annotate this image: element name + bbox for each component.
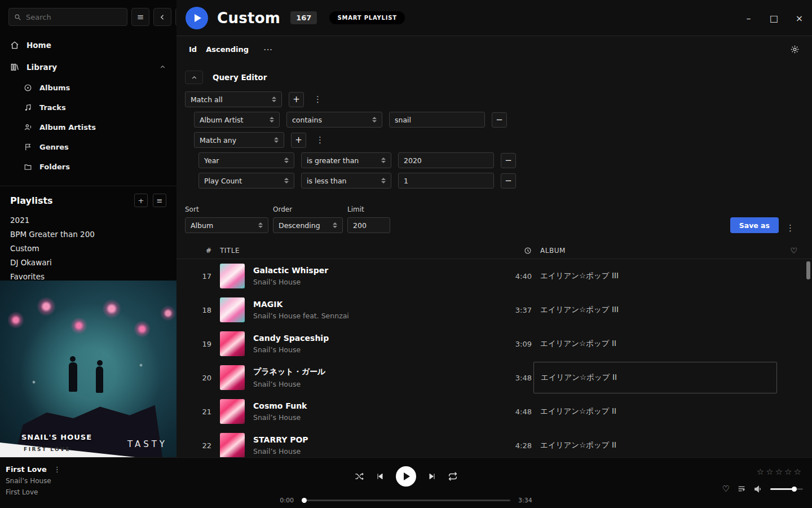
- play-pause-button[interactable]: [396, 466, 416, 487]
- limit-input[interactable]: [347, 217, 390, 233]
- progress-knob[interactable]: [302, 498, 307, 503]
- column-album[interactable]: ALBUM: [540, 247, 777, 255]
- query-rule: Play Count is less than −: [198, 173, 801, 189]
- rating-stars[interactable]: ☆☆☆☆☆: [757, 467, 803, 477]
- order-select[interactable]: Descending: [273, 217, 343, 233]
- progress-section: 0:00 3:34: [273, 497, 539, 504]
- playlist-item[interactable]: DJ Okawari: [10, 255, 166, 269]
- now-playing-options-button[interactable]: ⋮: [54, 465, 61, 474]
- folders-icon: [24, 163, 32, 171]
- column-title[interactable]: TITLE: [220, 247, 476, 255]
- order-value: Descending: [279, 221, 320, 230]
- star-icon[interactable]: ☆: [766, 467, 775, 477]
- add-rule-button[interactable]: +: [291, 133, 306, 148]
- rule-value-input[interactable]: [398, 173, 494, 189]
- column-duration[interactable]: [524, 247, 532, 255]
- minimize-button[interactable]: –: [736, 0, 761, 36]
- artwork-figure: [96, 366, 103, 393]
- collapse-query-editor-button[interactable]: [185, 71, 203, 84]
- query-editor-title: Query Editor: [213, 73, 267, 82]
- add-rule-button[interactable]: +: [289, 92, 304, 107]
- sort-field-control[interactable]: Id: [189, 45, 197, 54]
- now-playing-info: First Love ⋮ Snail’s House First Love: [6, 465, 61, 496]
- rule-operator-select[interactable]: is greater than: [301, 152, 391, 168]
- kebab-icon: ⋮: [786, 223, 795, 233]
- sidebar-item-library[interactable]: Library: [0, 56, 176, 78]
- group-options-button[interactable]: ⋮: [311, 94, 325, 104]
- rule-operator-select[interactable]: is less than: [301, 173, 391, 189]
- volume-slider[interactable]: [770, 488, 803, 490]
- sidebar-item-tracks[interactable]: Tracks: [0, 98, 176, 117]
- volume-button[interactable]: [753, 484, 763, 494]
- settings-button[interactable]: [790, 45, 800, 54]
- rule-operator-select[interactable]: contains: [286, 112, 382, 128]
- match-mode-select[interactable]: Match all: [185, 91, 282, 107]
- shuffle-button[interactable]: [354, 471, 364, 481]
- maximize-button[interactable]: □: [761, 0, 787, 36]
- column-number[interactable]: #: [191, 247, 211, 255]
- star-icon[interactable]: ☆: [784, 467, 793, 477]
- next-button[interactable]: [427, 472, 436, 481]
- search-box[interactable]: [8, 8, 127, 26]
- table-row[interactable]: 22 STARRY POP Snail’s House 4:28 エイリアン☆ポ…: [176, 428, 812, 457]
- match-mode-select[interactable]: Match any: [194, 132, 284, 148]
- column-favorite[interactable]: ♡: [790, 246, 797, 255]
- scrollbar-thumb[interactable]: [806, 261, 810, 279]
- volume-icon: [753, 484, 763, 494]
- album-art-thumbnail: [220, 264, 245, 288]
- search-input[interactable]: [26, 13, 122, 21]
- track-title: Galactic Whisper: [253, 266, 476, 275]
- remove-rule-button[interactable]: −: [501, 153, 516, 168]
- sidebar-item-genres[interactable]: Genres: [0, 137, 176, 157]
- queue-button[interactable]: [737, 484, 746, 493]
- progress-bar[interactable]: [302, 500, 510, 501]
- star-icon[interactable]: ☆: [775, 467, 784, 477]
- back-button[interactable]: [153, 8, 171, 26]
- sort-select[interactable]: Album: [185, 217, 268, 233]
- rule-field-select[interactable]: Play Count: [198, 173, 294, 189]
- rule-value-input[interactable]: [398, 152, 494, 168]
- save-options-button[interactable]: ⋮: [783, 223, 797, 233]
- table-row[interactable]: 19 Candy Spaceship Snail’s House 3:09 エイ…: [176, 327, 812, 361]
- remove-rule-button[interactable]: −: [492, 112, 507, 128]
- play-playlist-button[interactable]: [186, 7, 208, 29]
- playlist-item[interactable]: Custom: [10, 241, 166, 255]
- sidebar-item-home[interactable]: Home: [0, 34, 176, 56]
- match-mode-value: Match any: [200, 136, 236, 144]
- rule-field-select[interactable]: Album Artist: [194, 112, 280, 128]
- playlist-list-options-button[interactable]: ≡: [153, 194, 166, 207]
- remove-rule-button[interactable]: −: [501, 173, 516, 189]
- save-as-button[interactable]: Save as: [730, 217, 779, 233]
- rule-field-select[interactable]: Year: [198, 152, 294, 168]
- add-playlist-button[interactable]: +: [134, 194, 148, 207]
- sort-value: Album: [191, 221, 213, 230]
- table-row[interactable]: 17 Galactic Whisper Snail’s House 4:40 エ…: [176, 259, 812, 293]
- sort-direction-control[interactable]: Ascending: [206, 45, 249, 54]
- favorite-button[interactable]: ♡: [722, 484, 730, 494]
- dropdown-caret-icon: [284, 157, 289, 163]
- library-icon: [10, 63, 19, 72]
- star-icon[interactable]: ☆: [757, 467, 766, 477]
- dropdown-caret-icon: [270, 117, 274, 122]
- track-album: エイリアン☆ポップ III: [540, 305, 777, 315]
- shuffle-icon: [354, 471, 364, 481]
- playlist-item[interactable]: 2021: [10, 213, 166, 227]
- sidebar-item-albums[interactable]: Albums: [0, 78, 176, 98]
- previous-button[interactable]: [376, 472, 385, 481]
- table-row[interactable]: 20 プラネット・ガール Snail’s House 3:48 エイリアン☆ポッ…: [176, 361, 812, 395]
- sidebar-item-folders[interactable]: Folders: [0, 157, 176, 177]
- repeat-button[interactable]: [448, 471, 458, 481]
- star-icon[interactable]: ☆: [794, 467, 803, 477]
- more-options-button[interactable]: ⋯: [263, 44, 272, 55]
- now-playing-artwork[interactable]: SNAIL'S HOUSE FIRST LOVE TASTY: [0, 281, 176, 457]
- playlist-item[interactable]: BPM Greater than 200: [10, 227, 166, 241]
- rule-value-input[interactable]: [389, 112, 485, 128]
- table-row[interactable]: 21 Cosmo Funk Snail’s House 4:48 エイリアン☆ポ…: [176, 395, 812, 428]
- volume-knob[interactable]: [792, 487, 797, 492]
- sidebar-item-album-artists[interactable]: Album Artists: [0, 117, 176, 137]
- group-options-button[interactable]: ⋮: [313, 135, 327, 145]
- track-album: エイリアン☆ポップ III: [540, 271, 777, 281]
- table-row[interactable]: 18 MAGIK Snail’s House feat. Sennzai 3:3…: [176, 293, 812, 327]
- menu-button[interactable]: ≡: [131, 8, 149, 26]
- close-button[interactable]: ×: [787, 0, 812, 36]
